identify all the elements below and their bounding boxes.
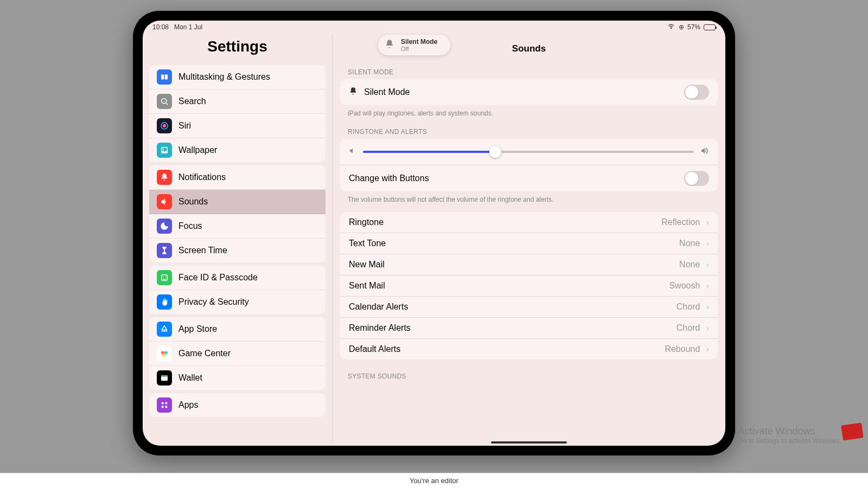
sidebar-item-label: Privacy & Security: [178, 297, 249, 307]
silent-mode-header: SILENT MODE: [333, 65, 725, 78]
status-date: Mon 1 Jul: [174, 23, 202, 31]
svg-point-9: [163, 277, 164, 278]
sidebar-item-wallet[interactable]: Wallet: [149, 366, 326, 390]
silent-mode-toggle[interactable]: [684, 85, 709, 100]
sidebar-item-label: Apps: [178, 400, 198, 410]
sidebar-item-sounds[interactable]: Sounds: [149, 190, 326, 214]
sidebar-item-label: Wallpaper: [178, 145, 217, 155]
row-value: None: [679, 239, 700, 248]
row-label: Ringtone: [349, 217, 655, 227]
change-with-buttons-label: Change with Buttons: [349, 174, 678, 183]
appstore-icon: [157, 322, 172, 337]
change-with-buttons-toggle[interactable]: [684, 171, 709, 186]
chevron-right-icon: ›: [706, 260, 709, 269]
svg-rect-1: [165, 75, 168, 80]
settings-sidebar: Settings Multitasking & GesturesSearchSi…: [143, 34, 333, 446]
bell-icon: [349, 87, 358, 98]
text-tone-row[interactable]: Text ToneNone›: [340, 233, 718, 254]
sidebar-item-face-id-passcode[interactable]: Face ID & Passcode: [149, 266, 326, 290]
sidebar-item-focus[interactable]: Focus: [149, 214, 326, 239]
sidebar-item-label: Siri: [178, 121, 191, 131]
watermark-sub: Go to Settings to activate Windows.: [738, 437, 841, 445]
chevron-right-icon: ›: [706, 345, 709, 354]
ringtone-row[interactable]: RingtoneReflection›: [340, 212, 718, 233]
sidebar-title: Settings: [143, 34, 332, 62]
svg-rect-19: [162, 406, 164, 408]
reminder-alerts-row[interactable]: Reminder AlertsChord›: [340, 318, 718, 339]
sidebar-item-screen-time[interactable]: Screen Time: [149, 239, 326, 262]
chevron-right-icon: ›: [706, 281, 709, 290]
default-alerts-row[interactable]: Default AlertsRebound›: [340, 339, 718, 359]
detail-pane: Silent Mode Off Sounds SILENT MODE Silen…: [333, 34, 725, 446]
svg-point-7: [163, 149, 164, 150]
change-with-buttons-row[interactable]: Change with Buttons: [340, 165, 718, 191]
speaker-icon: [157, 194, 172, 209]
sidebar-item-apps[interactable]: Apps: [149, 393, 326, 417]
row-value: Swoosh: [669, 281, 700, 291]
sidebar-item-multitasking-gestures[interactable]: Multitasking & Gestures: [149, 65, 326, 89]
silent-mode-row[interactable]: Silent Mode: [340, 79, 718, 105]
battery-percent: 57%: [687, 23, 700, 31]
hourglass-icon: [157, 243, 172, 258]
new-mail-row[interactable]: New MailNone›: [340, 254, 718, 275]
sidebar-item-label: Sounds: [178, 197, 208, 207]
row-label: New Mail: [349, 260, 673, 269]
system-sounds-header: SYSTEM SOUNDS: [333, 369, 725, 382]
ringtone-alerts-header: RINGTONE AND ALERTS: [333, 125, 725, 138]
svg-rect-16: [161, 375, 168, 377]
faceid-icon: [157, 270, 172, 285]
row-label: Calendar Alerts: [349, 302, 670, 312]
home-indicator[interactable]: [491, 441, 567, 444]
sidebar-item-label: App Store: [178, 324, 217, 334]
svg-point-10: [165, 277, 167, 278]
row-value: Rebound: [665, 344, 700, 354]
moon-icon: [157, 219, 172, 234]
sidebar-item-privacy-security[interactable]: Privacy & Security: [149, 290, 326, 314]
screen: 10:08 Mon 1 Jul ⊕ 57% Settings Multitask…: [143, 21, 725, 446]
calendar-alerts-row[interactable]: Calendar AlertsChord›: [340, 297, 718, 318]
volume-slider[interactable]: [363, 151, 694, 153]
row-value: None: [679, 260, 700, 269]
sidebar-item-siri[interactable]: Siri: [149, 114, 326, 138]
sent-mail-row[interactable]: Sent MailSwoosh›: [340, 275, 718, 297]
svg-line-3: [166, 103, 168, 105]
gamecenter-icon: [157, 346, 172, 361]
search-icon: [157, 94, 172, 109]
sidebar-item-search[interactable]: Search: [149, 89, 326, 114]
activate-windows-watermark: Activate Windows Go to Settings to activ…: [738, 426, 841, 445]
bell-icon: [157, 170, 172, 185]
chevron-right-icon: ›: [706, 303, 709, 311]
siri-icon: [157, 118, 172, 133]
battery-icon: [704, 24, 716, 30]
wallet-icon: [157, 370, 172, 386]
svg-rect-0: [161, 75, 164, 80]
sidebar-item-label: Game Center: [178, 349, 231, 358]
sidebar-item-wallpaper[interactable]: Wallpaper: [149, 138, 326, 162]
row-value: Reflection: [661, 217, 700, 227]
sidebar-item-label: Focus: [178, 221, 202, 231]
ringtone-alerts-footer: The volume buttons will not affect the v…: [333, 192, 725, 211]
svg-rect-17: [162, 402, 164, 404]
apps-icon: [157, 397, 172, 413]
watermark-title: Activate Windows: [738, 426, 841, 437]
row-label: Sent Mail: [349, 281, 662, 291]
sidebar-item-label: Face ID & Passcode: [178, 273, 258, 282]
chevron-right-icon: ›: [706, 239, 709, 248]
corner-badge: [841, 422, 864, 440]
editor-bar: You're an editor: [0, 473, 868, 488]
speaker-low-icon: [349, 147, 356, 157]
silent-mode-notification: Silent Mode Off: [378, 35, 450, 55]
bell-icon: [385, 39, 394, 51]
row-label: Reminder Alerts: [349, 323, 670, 333]
sidebar-item-game-center[interactable]: Game Center: [149, 342, 326, 366]
wifi-icon: [667, 22, 675, 33]
row-label: Text Tone: [349, 239, 673, 248]
speaker-high-icon: [700, 146, 709, 157]
sidebar-item-app-store[interactable]: App Store: [149, 317, 326, 342]
sidebar-item-notifications[interactable]: Notifications: [149, 165, 326, 190]
orientation-icon: ⊕: [679, 23, 684, 31]
volume-slider-row: [340, 139, 718, 165]
hand-icon: [157, 294, 172, 310]
tablet-frame: 10:08 Mon 1 Jul ⊕ 57% Settings Multitask…: [133, 11, 735, 455]
sidebar-item-label: Screen Time: [178, 246, 227, 255]
